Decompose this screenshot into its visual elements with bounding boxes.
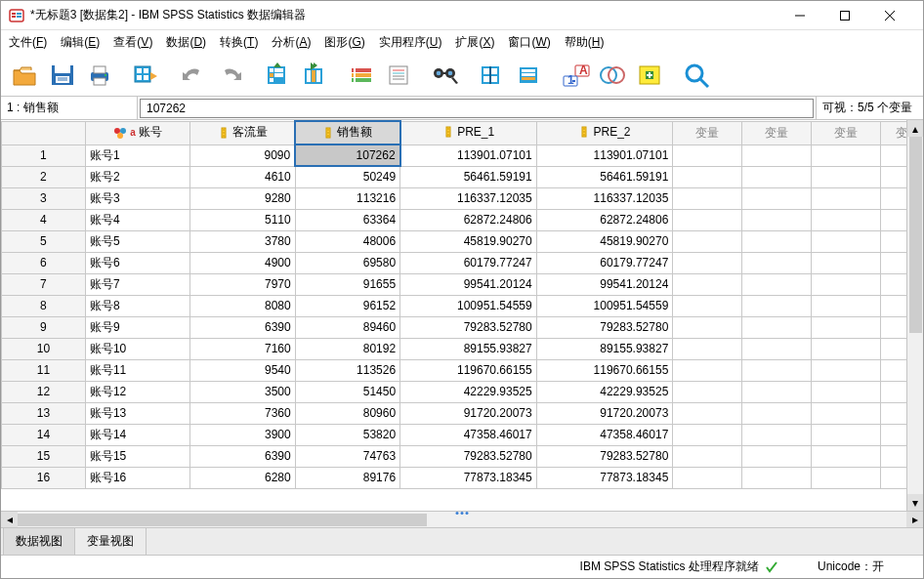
cell-empty[interactable] <box>742 445 812 467</box>
minimize-button[interactable] <box>780 1 825 30</box>
cell-flow[interactable]: 6280 <box>190 467 295 488</box>
cell-pre2[interactable]: 60179.77247 <box>536 252 673 273</box>
row-header[interactable]: 10 <box>2 338 86 359</box>
scroll-down-icon[interactable]: ▾ <box>907 494 923 511</box>
cell-pre2[interactable]: 79283.52780 <box>536 445 673 467</box>
cell-sales[interactable]: 51450 <box>295 381 399 402</box>
cell-empty[interactable] <box>673 316 742 338</box>
cell-flow[interactable]: 9090 <box>190 145 295 166</box>
cell-sales[interactable]: 53820 <box>295 424 399 445</box>
cell-empty[interactable] <box>673 252 742 273</box>
row-header[interactable]: 12 <box>2 381 86 402</box>
cell-empty[interactable] <box>812 316 881 338</box>
cell-empty[interactable] <box>742 338 812 359</box>
scroll-left-icon[interactable]: ◂ <box>1 512 18 528</box>
cell-empty[interactable] <box>812 145 881 166</box>
cell-account[interactable]: 账号5 <box>85 230 189 252</box>
recall-dialog-button[interactable] <box>130 58 163 93</box>
cell-sales[interactable]: 113216 <box>295 187 399 209</box>
redo-button[interactable] <box>214 58 247 93</box>
cell-empty[interactable] <box>742 145 812 166</box>
cell-empty[interactable] <box>673 402 742 424</box>
cell-account[interactable]: 账号9 <box>85 316 189 338</box>
cell-empty[interactable] <box>673 230 742 252</box>
corner-cell[interactable] <box>2 121 86 145</box>
cell-empty[interactable] <box>812 273 881 295</box>
split-file-button[interactable] <box>476 58 509 93</box>
cell-pre2[interactable]: 45819.90270 <box>536 230 673 252</box>
weight-cases-button[interactable] <box>513 58 546 93</box>
col-pre1[interactable]: PRE_1 <box>400 121 537 145</box>
menu-transform[interactable]: 转换(T) <box>220 34 258 51</box>
col-account[interactable]: a账号 <box>85 121 189 145</box>
cell-sales[interactable]: 69580 <box>295 252 399 273</box>
row-header[interactable]: 16 <box>2 467 86 488</box>
cell-pre1[interactable]: 45819.90270 <box>400 230 537 252</box>
cell-empty[interactable] <box>742 381 812 402</box>
cell-pre2[interactable]: 47358.46017 <box>536 424 673 445</box>
cell-pre2[interactable]: 113901.07101 <box>536 145 673 166</box>
find-button[interactable] <box>429 58 462 93</box>
col-sales[interactable]: 销售额 <box>295 121 399 145</box>
cell-pre2[interactable]: 100951.54559 <box>536 295 673 316</box>
cell-empty[interactable] <box>812 445 881 467</box>
cell-sales[interactable]: 89176 <box>295 467 399 488</box>
cell-flow[interactable]: 9540 <box>190 359 295 381</box>
row-header[interactable]: 13 <box>2 402 86 424</box>
cell-sales[interactable]: 107262 <box>295 145 399 166</box>
cell-pre1[interactable]: 89155.93827 <box>400 338 537 359</box>
cell-empty[interactable] <box>812 381 881 402</box>
row-header[interactable]: 6 <box>2 252 86 273</box>
cell-pre2[interactable]: 99541.20124 <box>536 273 673 295</box>
cell-account[interactable]: 账号14 <box>85 424 189 445</box>
cell-flow[interactable]: 4610 <box>190 166 295 187</box>
cell-pre2[interactable]: 62872.24806 <box>536 209 673 230</box>
cell-sales[interactable]: 113526 <box>295 359 399 381</box>
cell-empty[interactable] <box>812 402 881 424</box>
cell-empty[interactable] <box>812 166 881 187</box>
row-header[interactable]: 3 <box>2 187 86 209</box>
cell-empty[interactable] <box>742 402 812 424</box>
cell-empty[interactable] <box>673 166 742 187</box>
cell-sales[interactable]: 50249 <box>295 166 399 187</box>
col-empty-3[interactable]: 变量 <box>812 121 881 145</box>
cell-sales[interactable]: 96152 <box>295 295 399 316</box>
cell-pre2[interactable]: 42229.93525 <box>536 381 673 402</box>
use-sets-button[interactable] <box>597 58 630 93</box>
cell-pre2[interactable]: 91720.20073 <box>536 402 673 424</box>
menu-data[interactable]: 数据(D) <box>166 34 206 51</box>
show-all-button[interactable] <box>634 58 667 93</box>
cell-account[interactable]: 账号15 <box>85 445 189 467</box>
cell-empty[interactable] <box>812 187 881 209</box>
col-empty-2[interactable]: 变量 <box>742 121 812 145</box>
cell-empty[interactable] <box>742 187 812 209</box>
run-script-button[interactable] <box>382 58 415 93</box>
row-header[interactable]: 14 <box>2 424 86 445</box>
cell-flow[interactable]: 6390 <box>190 316 295 338</box>
menu-analyze[interactable]: 分析(A) <box>272 34 311 51</box>
cell-empty[interactable] <box>812 252 881 273</box>
row-header[interactable]: 11 <box>2 359 86 381</box>
cell-account[interactable]: 账号11 <box>85 359 189 381</box>
cell-sales[interactable]: 63364 <box>295 209 399 230</box>
menu-view[interactable]: 查看(V) <box>113 34 152 51</box>
cell-pre1[interactable]: 56461.59191 <box>400 166 537 187</box>
cell-flow[interactable]: 4900 <box>190 252 295 273</box>
cell-account[interactable]: 账号13 <box>85 402 189 424</box>
menu-utilities[interactable]: 实用程序(U) <box>379 34 442 51</box>
cell-pre1[interactable]: 100951.54559 <box>400 295 537 316</box>
cell-pre2[interactable]: 79283.52780 <box>536 316 673 338</box>
cell-pre1[interactable]: 119670.66155 <box>400 359 537 381</box>
cell-empty[interactable] <box>742 209 812 230</box>
menu-window[interactable]: 窗口(W) <box>508 34 550 51</box>
cell-flow[interactable]: 7160 <box>190 338 295 359</box>
close-button[interactable] <box>870 1 915 30</box>
print-button[interactable] <box>83 58 116 93</box>
goto-case-button[interactable] <box>261 58 294 93</box>
cell-empty[interactable] <box>742 295 812 316</box>
cell-flow[interactable]: 5110 <box>190 209 295 230</box>
cell-account[interactable]: 账号6 <box>85 252 189 273</box>
cell-empty[interactable] <box>673 467 742 488</box>
cell-account[interactable]: 账号12 <box>85 381 189 402</box>
cell-empty[interactable] <box>673 359 742 381</box>
